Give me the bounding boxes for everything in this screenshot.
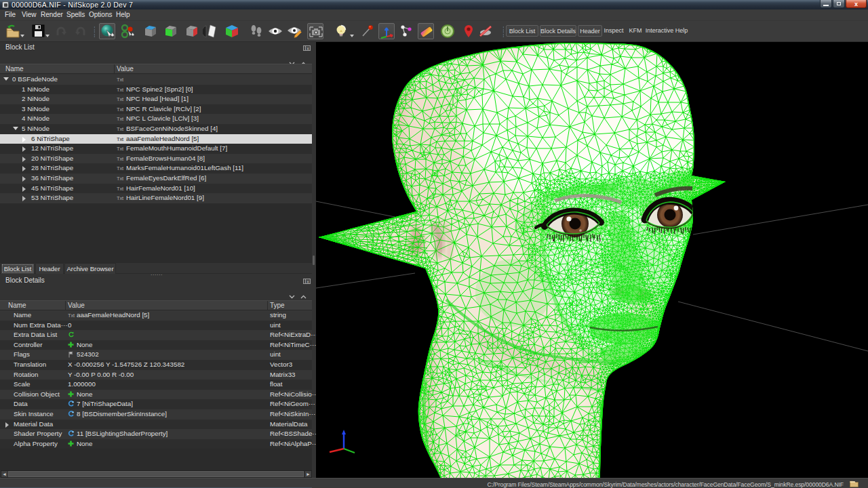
svg-text:Txt: Txt — [117, 146, 124, 152]
svg-text:Txt: Txt — [117, 86, 124, 92]
svg-text:Txt: Txt — [117, 116, 124, 122]
svg-text:Txt: Txt — [117, 77, 124, 83]
svg-text:Txt: Txt — [117, 185, 124, 191]
svg-text:Txt: Txt — [117, 176, 124, 182]
svg-text:Txt: Txt — [117, 126, 124, 132]
svg-text:Txt: Txt — [117, 136, 124, 142]
svg-text:Txt: Txt — [117, 155, 124, 161]
svg-text:Txt: Txt — [117, 195, 124, 201]
svg-text:Txt: Txt — [117, 165, 124, 171]
svg-text:Txt: Txt — [68, 312, 75, 319]
svg-text:Txt: Txt — [117, 96, 124, 102]
svg-text:Txt: Txt — [117, 106, 124, 112]
